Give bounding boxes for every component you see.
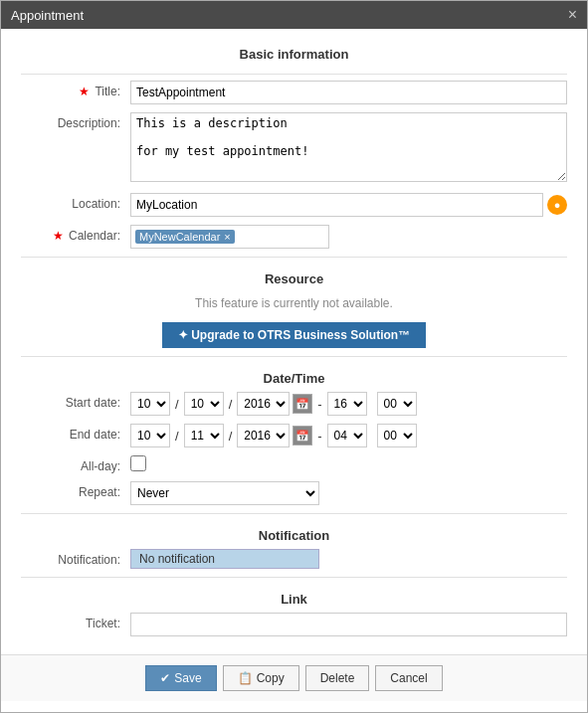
title-control [130,81,567,104]
end-sep2: / [227,429,235,444]
calendar-row: ★ Calendar: MyNewCalendar × [21,225,567,249]
end-datetime-row: 10 / 11 / 2016 📅 - 04 [130,424,567,447]
start-time-sep: - [315,397,323,412]
save-check-icon: ✔ [160,671,170,685]
form-body: Basic information ★ Title: Description: … [1,29,587,654]
appointment-window: Appointment × Basic information ★ Title:… [0,0,588,713]
delete-button[interactable]: Delete [305,665,370,691]
delete-label: Delete [320,671,355,685]
title-bar: Appointment × [1,1,587,29]
close-button[interactable]: × [568,7,577,23]
repeat-label: Repeat: [21,481,130,499]
notification-header: Notification [21,520,567,549]
upgrade-btn-wrap: ✦ Upgrade to OTRS Business Solution™ [21,322,567,348]
location-input[interactable] [130,193,543,217]
end-time-sep: - [315,429,323,444]
end-month-select[interactable]: 10 [130,424,170,447]
copy-button[interactable]: 📋 Copy [223,665,299,691]
copy-label: Copy [257,671,285,685]
window-title: Appointment [11,8,84,23]
end-date-row: End date: 10 / 11 / 2016 📅 - [21,424,567,447]
start-year-select[interactable]: 2016 [237,392,290,416]
calendar-control: MyNewCalendar × [130,225,567,249]
description-control: This is a description for my test appoin… [130,112,567,185]
allday-label: All-day: [21,455,130,473]
end-calendar-icon[interactable]: 📅 [293,426,312,446]
basic-info-header: Basic information [21,39,567,68]
repeat-row: Repeat: Never Daily Weekly Monthly Yearl… [21,481,567,505]
start-sep2: / [227,397,235,412]
notification-row: Notification: No notification [21,549,567,569]
end-hour-select[interactable]: 04 [327,424,367,447]
upgrade-button[interactable]: ✦ Upgrade to OTRS Business Solution™ [162,322,426,348]
save-label: Save [174,671,201,685]
title-label: ★ Title: [21,81,130,98]
notification-tag: No notification [130,549,319,569]
footer-bar: ✔ Save 📋 Copy Delete Cancel [1,654,587,701]
description-label: Description: [21,112,130,130]
title-input[interactable] [130,81,567,104]
description-row: Description: This is a description for m… [21,112,567,185]
repeat-control: Never Daily Weekly Monthly Yearly [130,481,567,505]
location-label: Location: [21,193,130,211]
calendar-tag-wrap: MyNewCalendar × [130,225,329,249]
calendar-tag-text: MyNewCalendar [139,231,220,243]
repeat-select[interactable]: Never Daily Weekly Monthly Yearly [130,481,319,505]
cancel-label: Cancel [390,671,427,685]
start-date-row: Start date: 10 / 10 / 2016 📅 - [21,392,567,416]
start-month-select[interactable]: 10 [130,392,170,416]
location-wrap: ● [130,193,567,217]
ticket-input[interactable] [130,613,567,636]
ticket-row: Ticket: [21,613,567,636]
allday-checkbox[interactable] [130,455,146,471]
datetime-header: Date/Time [21,363,567,392]
calendar-required-star: ★ [53,229,64,243]
calendar-label: ★ Calendar: [21,225,130,243]
location-globe-icon[interactable]: ● [547,195,567,215]
start-datetime-row: 10 / 10 / 2016 📅 - 16 [130,392,567,416]
end-minute-select[interactable]: 00 [377,424,417,447]
cancel-button[interactable]: Cancel [375,665,442,691]
start-sep1: / [173,397,181,412]
title-required-star: ★ [79,85,90,98]
calendar-tag-close[interactable]: × [224,231,230,243]
ticket-label: Ticket: [21,613,130,630]
location-row: Location: ● [21,193,567,217]
end-year-select[interactable]: 2016 [237,424,290,447]
location-control: ● [130,193,567,217]
title-row: ★ Title: [21,81,567,104]
end-date-label: End date: [21,424,130,442]
notification-control: No notification [130,549,567,569]
end-day-select[interactable]: 11 [184,424,224,447]
resource-note: This feature is currently not available. [21,292,567,314]
copy-icon: 📋 [238,671,253,685]
start-date-label: Start date: [21,392,130,410]
notification-label: Notification: [21,549,130,567]
start-calendar-icon[interactable]: 📅 [293,394,312,414]
resource-header: Resource [21,264,567,292]
start-date-control: 10 / 10 / 2016 📅 - 16 [130,392,567,416]
ticket-control [130,613,567,636]
save-button[interactable]: ✔ Save [145,665,216,691]
calendar-tag: MyNewCalendar × [135,230,235,244]
start-hour-select[interactable]: 16 [327,392,367,416]
allday-row: All-day: [21,455,567,473]
description-input[interactable]: This is a description for my test appoin… [130,112,567,182]
allday-control [130,455,567,471]
end-date-control: 10 / 11 / 2016 📅 - 04 [130,424,567,447]
start-day-select[interactable]: 10 [184,392,224,416]
end-sep1: / [173,429,181,444]
start-minute-select[interactable]: 00 [377,392,417,416]
link-header: Link [21,584,567,613]
